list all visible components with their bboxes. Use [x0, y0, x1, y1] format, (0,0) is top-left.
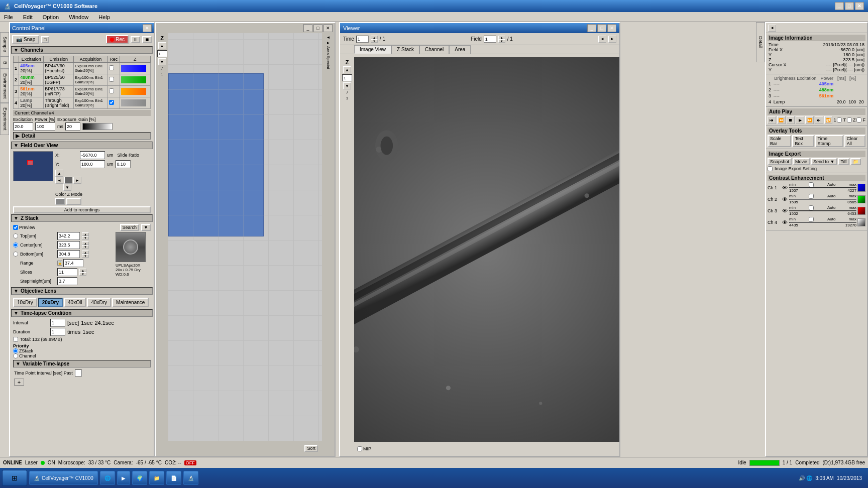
slices-down-btn[interactable]: ▼ — [79, 272, 86, 276]
zstack-priority-radio[interactable] — [13, 348, 18, 353]
send-to-btn[interactable]: Send to ▼ — [811, 158, 837, 165]
tiff-btn[interactable]: Tiff — [838, 158, 849, 165]
top-input[interactable] — [57, 232, 80, 240]
variable-tl-header[interactable]: ▼ Variable Time-lapse — [13, 360, 151, 368]
play-next-btn[interactable]: ⏩ — [805, 116, 814, 124]
channel-priority-radio[interactable] — [13, 353, 18, 358]
ch1-color-icon[interactable] — [857, 184, 865, 192]
ch3-rec-checkbox[interactable] — [109, 88, 114, 93]
menu-window[interactable]: Window — [67, 13, 90, 21]
stepheight-input[interactable] — [57, 277, 77, 285]
ch3-eye-btn[interactable]: 👁 — [781, 207, 788, 214]
time-input[interactable] — [356, 36, 369, 43]
play-rewind-btn[interactable]: ⏮ — [768, 116, 776, 124]
add-timepoint-btn[interactable]: + — [14, 379, 24, 386]
viewer-restore-btn[interactable]: □ — [597, 24, 606, 32]
play-z-label[interactable]: Z — [847, 117, 856, 123]
y-input[interactable] — [80, 160, 105, 168]
ch4-auto-checkbox[interactable] — [809, 217, 814, 222]
bottom-up-btn[interactable]: ▲ — [82, 251, 89, 254]
lens-20xdry-btn[interactable]: 20xDry — [38, 298, 63, 307]
ch3-color-icon[interactable] — [857, 207, 865, 215]
movie-btn[interactable]: Movie — [793, 158, 810, 165]
play-prev-btn[interactable]: ⏪ — [777, 116, 786, 124]
lens-10xdry-btn[interactable]: 10xDry — [13, 298, 37, 307]
objective-lens-header[interactable]: ▼ Objective Lens — [11, 287, 153, 295]
ch2-auto-checkbox[interactable] — [809, 194, 814, 199]
sort-btn[interactable]: Sort — [304, 445, 318, 452]
ch4-contrast-bar[interactable] — [789, 222, 856, 223]
zstack-section-header[interactable]: ▼ Z Stack — [11, 214, 153, 222]
tab-sample[interactable]: Sample — [0, 32, 9, 57]
center-radio[interactable] — [13, 242, 18, 248]
center-down-btn[interactable]: ▼ — [82, 245, 89, 249]
ch3-contrast-bar[interactable] — [789, 210, 856, 211]
zstack-priority-label[interactable]: ZStack — [13, 348, 36, 353]
time-up-btn[interactable]: ▲ — [371, 36, 378, 39]
taskbar-item-app[interactable]: 🔬 — [183, 471, 198, 485]
ch4-color-icon[interactable] — [857, 218, 865, 226]
detail-section-header[interactable]: ▶ Detail — [13, 132, 151, 140]
export-setting-checkbox[interactable] — [768, 166, 773, 171]
play-f-label[interactable]: F — [856, 117, 865, 123]
range-input[interactable] — [63, 259, 83, 267]
rec-pause-btn[interactable]: ⏸ — [131, 36, 140, 43]
bottom-down-btn[interactable]: ▼ — [82, 254, 89, 258]
ch4-eye-btn[interactable]: 👁 — [781, 219, 788, 226]
zmode-btn[interactable] — [66, 198, 81, 205]
taskbar-item-chrome[interactable]: 🌍 — [132, 471, 147, 485]
z-position-input[interactable] — [157, 50, 167, 57]
ch1-rec-checkbox[interactable] — [109, 65, 114, 70]
top-up-btn[interactable]: ▲ — [82, 232, 89, 236]
color-picker-btn[interactable] — [55, 198, 65, 205]
text-box-btn[interactable]: Text Box — [792, 135, 814, 147]
taskbar-item-pdf[interactable]: 📄 — [166, 471, 181, 485]
ch4-rec-checkbox[interactable] — [109, 100, 114, 105]
timelapse-header[interactable]: ▼ Time-lapse Condition — [11, 309, 153, 317]
snap-button[interactable]: 📷 Snap — [12, 35, 39, 44]
tab-environment[interactable]: Environment — [0, 69, 9, 103]
lens-40xoil-btn[interactable]: 40xOil — [64, 298, 86, 307]
ch1-auto-checkbox[interactable] — [809, 182, 814, 187]
play-t-label[interactable]: T — [837, 117, 846, 123]
play-loop-btn[interactable]: 🔁 — [824, 116, 833, 124]
power-input[interactable] — [13, 123, 33, 131]
menu-edit[interactable]: Edit — [21, 13, 35, 21]
ch1-contrast-bar[interactable] — [789, 187, 856, 188]
tab-b[interactable]: B — [0, 57, 9, 69]
rec-stop-btn[interactable]: ⏹ — [142, 36, 152, 43]
ch2-contrast-bar[interactable] — [789, 199, 856, 200]
gain-slider[interactable] — [82, 123, 113, 130]
channel-priority-label[interactable]: Channel — [13, 353, 36, 358]
scan-canvas[interactable] — [168, 33, 322, 441]
ch2-rec-checkbox[interactable] — [109, 77, 114, 82]
field-overview-map[interactable] — [13, 151, 53, 181]
info-collapse-btn[interactable]: ◄ — [768, 25, 776, 32]
top-radio[interactable] — [13, 233, 18, 238]
play-play-btn[interactable]: ▶ — [796, 116, 804, 124]
lens-40xdry-btn[interactable]: 40xDry — [87, 298, 111, 307]
mip-checkbox[interactable] — [357, 446, 362, 451]
viewer-close-btn[interactable]: ✕ — [607, 24, 616, 32]
search-btn[interactable]: Search — [120, 224, 140, 231]
nav-right-arrow[interactable]: ► — [327, 41, 331, 45]
restore-btn[interactable]: □ — [845, 2, 854, 10]
scan-close-btn[interactable]: ✕ — [323, 24, 333, 32]
field-input[interactable] — [484, 36, 496, 43]
cp-close-btn[interactable]: ✕ — [143, 24, 152, 32]
z-down-btn[interactable]: ▼ — [158, 58, 166, 65]
center-input[interactable] — [57, 241, 80, 249]
scan-min-btn[interactable]: _ — [303, 24, 312, 32]
ch2-eye-btn[interactable]: 👁 — [781, 196, 788, 203]
close-btn[interactable]: ✕ — [855, 2, 864, 10]
snapshot-btn[interactable]: Snapshot — [768, 158, 792, 165]
nav-left-arrow[interactable]: ◄ — [327, 35, 331, 40]
time-stamp-btn[interactable]: Time Stamp — [815, 135, 843, 147]
top-down-btn[interactable]: ▼ — [82, 236, 89, 239]
taskbar-item-media[interactable]: ▶ — [117, 471, 130, 485]
menu-option[interactable]: Option — [41, 13, 61, 21]
bottom-input[interactable] — [57, 250, 80, 258]
viewer-min-btn[interactable]: _ — [587, 24, 596, 32]
play-z-checkbox[interactable] — [847, 117, 852, 123]
tab-image-view[interactable]: Image View — [354, 45, 391, 54]
